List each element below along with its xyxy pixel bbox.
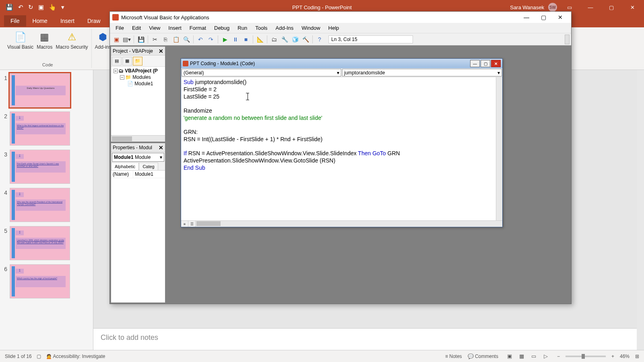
menu-view[interactable]: View (145, 24, 164, 32)
redo-icon[interactable]: ↻ (28, 4, 33, 11)
properties-icon[interactable]: 🔧 (280, 35, 289, 44)
fit-to-window-icon[interactable]: ⊞ (635, 354, 639, 359)
property-row[interactable]: (Name) Module1 (111, 171, 165, 178)
menu-format[interactable]: Format (186, 24, 210, 32)
tab-draw[interactable]: Draw (81, 15, 107, 27)
reading-view-icon[interactable]: ▭ (528, 352, 539, 361)
close-icon[interactable]: ✕ (624, 1, 641, 14)
tree-module1[interactable]: 📄 Module1 (112, 80, 164, 87)
zoom-level[interactable]: 46% (620, 354, 630, 359)
menu-addins[interactable]: Add-Ins (272, 24, 298, 32)
user-name[interactable]: Sara Wanasek (510, 4, 544, 10)
scrollbar-thumb[interactable] (112, 136, 132, 141)
visual-basic-button[interactable]: 📄 Visual Basic (7, 31, 33, 50)
scrollbar-thumb[interactable] (196, 221, 221, 226)
code-editor[interactable]: Sub jumptorandomslide() FirstSlide = 2 L… (181, 77, 496, 220)
slide-indicator[interactable]: Slide 1 of 16 (5, 354, 32, 359)
tree-modules-folder[interactable]: −📁 Modules (112, 74, 164, 80)
accessibility-status[interactable]: 🙍 Accessibility: Investigate (46, 354, 105, 359)
cut-icon[interactable]: ✂ (150, 35, 160, 44)
qat-customize-icon[interactable]: ▾ (61, 4, 64, 11)
tab-categorized[interactable]: Categ (139, 162, 158, 170)
procedure-view-icon[interactable]: ≡ (181, 221, 188, 227)
full-module-view-icon[interactable]: ☰ (188, 221, 196, 227)
toolbar-overflow-icon[interactable] (565, 35, 570, 44)
mdi-area[interactable]: PPT Coding - Module1 (Code) — ▢ ✕ (Gener… (166, 46, 570, 303)
menu-edit[interactable]: Edit (128, 24, 145, 32)
redo-icon[interactable]: ↷ (206, 35, 216, 44)
property-value[interactable]: Module1 (133, 171, 165, 178)
vertical-scrollbar[interactable] (496, 77, 502, 220)
object-combo[interactable]: (General)▾ (182, 69, 341, 76)
view-object-icon[interactable]: ▦ (122, 57, 132, 66)
menu-insert[interactable]: Insert (164, 24, 186, 32)
close-icon[interactable]: ✕ (552, 12, 569, 23)
copy-icon[interactable]: ⎘ (161, 35, 170, 44)
toggle-folders-icon[interactable]: 📁 (133, 57, 142, 66)
view-ppt-icon[interactable]: ▣ (111, 35, 121, 44)
language-icon[interactable]: ▢ (37, 354, 41, 359)
horizontal-scrollbar[interactable] (196, 221, 502, 227)
macro-security-button[interactable]: ⚠ Macro Security (56, 31, 88, 50)
help-icon[interactable]: ? (315, 35, 324, 44)
close-icon[interactable]: ✕ (159, 144, 163, 151)
macros-button[interactable]: ▦ Macros (37, 31, 52, 50)
save-icon[interactable]: 💾 (6, 4, 13, 11)
project-tree[interactable]: −🗂 VBAProject (P −📁 Modules 📄 Module1 (111, 67, 165, 135)
properties-grid[interactable]: (Name) Module1 (111, 171, 165, 302)
slide-thumbnail[interactable]: 4 Launched in 2006, which planetary expl… (10, 226, 70, 260)
slide-thumbnails-panel[interactable]: 1 Daily Warm Up Questions 2 1 What is th… (0, 70, 93, 350)
addins-button[interactable]: ⬢ Add-ins (95, 31, 111, 50)
slide-thumbnail[interactable]: 3 Who was the seventh President of the I… (10, 188, 70, 222)
object-browser-icon[interactable]: 🧊 (290, 35, 300, 44)
tree-project[interactable]: −🗂 VBAProject (P (112, 68, 164, 74)
undo-icon[interactable]: ↶ (196, 35, 205, 44)
slideshow-view-icon[interactable]: ▷ (540, 352, 551, 361)
notes-pane[interactable]: Click to add notes (93, 328, 644, 350)
sorter-view-icon[interactable]: ▦ (516, 352, 527, 361)
maximize-icon[interactable]: ▢ (603, 1, 620, 14)
find-icon[interactable]: 🔍 (182, 35, 191, 44)
horizontal-scrollbar[interactable] (111, 135, 165, 142)
vba-title-bar[interactable]: Microsoft Visual Basic for Applications … (110, 12, 571, 23)
start-from-beginning-icon[interactable]: ▣ (38, 4, 44, 11)
properties-title-bar[interactable]: Properties - Modul ✕ (111, 143, 165, 152)
slide-thumbnail[interactable]: 2 First Earth orbiter Soviet Union's Spu… (10, 150, 70, 184)
vertical-scrollbar[interactable] (637, 70, 644, 350)
insert-item-icon[interactable]: ▤▾ (122, 35, 132, 44)
project-explorer-icon[interactable]: 🗂 (269, 35, 279, 44)
tab-home[interactable]: Home (26, 15, 54, 27)
menu-help[interactable]: Help (324, 24, 343, 32)
slide-thumbnail[interactable]: 1 What is the third largest continental … (10, 111, 70, 146)
toolbox-icon[interactable]: 🔨 (301, 35, 310, 44)
tab-insert[interactable]: Insert (54, 15, 81, 27)
project-title-bar[interactable]: Project - VBAProje ✕ (111, 47, 165, 56)
properties-object-combo[interactable]: Module1 Module ▾ (112, 153, 164, 162)
comments-button[interactable]: 💬 Comments (468, 354, 498, 359)
menu-run[interactable]: Run (233, 24, 251, 32)
menu-debug[interactable]: Debug (210, 24, 233, 32)
procedure-combo[interactable]: jumptorandomslide▾ (342, 69, 502, 76)
slide-thumbnail[interactable]: Daily Warm Up Questions (10, 73, 70, 107)
zoom-out-icon[interactable]: − (557, 354, 560, 359)
view-code-icon[interactable]: ▤ (112, 57, 122, 66)
design-mode-icon[interactable]: 📐 (255, 35, 265, 44)
minimize-icon[interactable]: — (582, 1, 599, 14)
minimize-icon[interactable]: — (518, 12, 535, 23)
tab-alphabetic[interactable]: Alphabetic (111, 162, 139, 170)
minimize-icon[interactable]: — (470, 60, 480, 67)
slide-thumbnail[interactable]: 5 Which country has the origin of kurdi … (10, 264, 70, 298)
paste-icon[interactable]: 📋 (171, 35, 181, 44)
user-avatar[interactable]: SW (548, 3, 557, 12)
break-icon[interactable]: ⏸ (231, 35, 240, 44)
code-title-bar[interactable]: PPT Coding - Module1 (Code) — ▢ ✕ (181, 59, 502, 68)
reset-icon[interactable]: ■ (241, 35, 251, 44)
zoom-handle[interactable] (582, 354, 585, 359)
normal-view-icon[interactable]: ▣ (504, 352, 515, 361)
menu-window[interactable]: Window (297, 24, 324, 32)
undo-icon[interactable]: ↶ (18, 4, 23, 11)
menu-file[interactable]: File (111, 24, 128, 32)
tab-file[interactable]: File (4, 15, 26, 27)
zoom-slider[interactable] (566, 356, 606, 357)
close-icon[interactable]: ✕ (491, 60, 501, 67)
